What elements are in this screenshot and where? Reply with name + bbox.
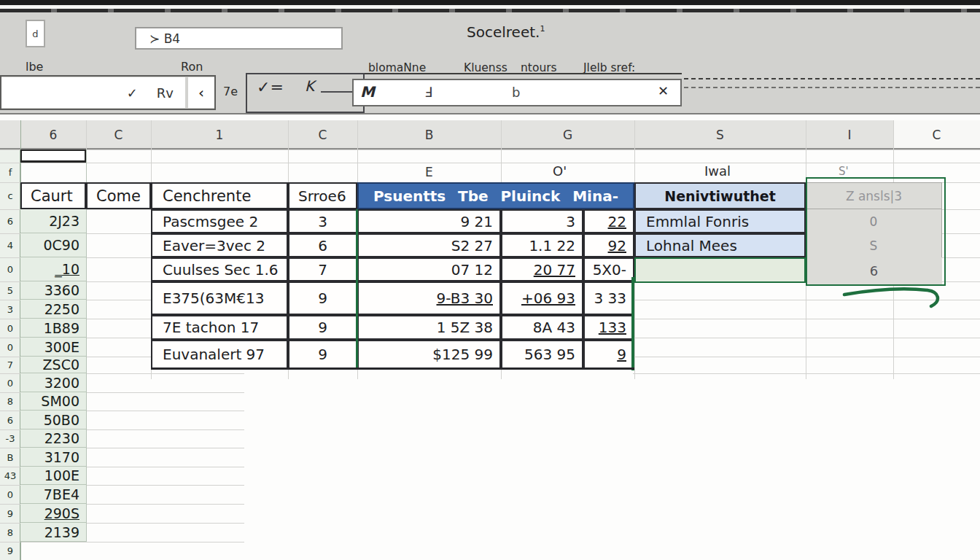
- side-name-cell[interactable]: Emmlal Fonris: [634, 209, 806, 233]
- table-cell-score[interactable]: 9: [288, 340, 357, 369]
- table-cell-name[interactable]: Cuulses Sec 1.6: [151, 257, 288, 281]
- cell-a-value[interactable]: _10: [20, 257, 86, 281]
- table-cell-v2[interactable]: 563 95: [501, 340, 583, 369]
- formula-m-icon[interactable]: M: [360, 83, 375, 101]
- row-header-4[interactable]: 4: [0, 233, 20, 257]
- table-cell-score[interactable]: 9: [288, 315, 357, 340]
- cell-a-value[interactable]: 3170: [20, 448, 86, 467]
- table-blue-header[interactable]: Psuentts Tbe Pluinck Mina-: [357, 182, 634, 209]
- table-header-cenchrente[interactable]: Cenchrente: [151, 182, 288, 209]
- row-header-11[interactable]: 0: [0, 373, 20, 392]
- name-box[interactable]: ≻ B4: [135, 27, 343, 50]
- row-header-15[interactable]: B: [0, 448, 20, 467]
- table-cell-v1[interactable]: 9-B3 30: [357, 281, 501, 315]
- row-header-18[interactable]: 9: [0, 504, 20, 523]
- cell-a-value[interactable]: 2230: [20, 429, 86, 448]
- cell-a-value[interactable]: 290S: [20, 504, 86, 523]
- side-empty-cell[interactable]: [634, 257, 806, 283]
- col-header-E[interactable]: B: [357, 120, 501, 149]
- table-cell-name[interactable]: E375(63M€13: [151, 281, 288, 315]
- row-header-6[interactable]: 5: [0, 281, 20, 300]
- table-cell-name[interactable]: 7E tachon 17: [151, 315, 288, 340]
- k-icon[interactable]: K: [305, 77, 314, 95]
- table-cell-v2[interactable]: 1.1 22: [501, 233, 583, 257]
- table-header-caurt[interactable]: Caurt: [20, 182, 86, 209]
- table-cell-score[interactable]: 7: [288, 257, 357, 281]
- col-header-C[interactable]: 1: [151, 120, 288, 149]
- table-cell-score[interactable]: 3: [288, 209, 357, 233]
- toolbar-input-field[interactable]: ✓ Rv: [1, 77, 185, 108]
- cell-a-value[interactable]: 3360: [20, 281, 86, 300]
- table-cell-score[interactable]: 6: [288, 233, 357, 257]
- row-header-14[interactable]: -3: [0, 429, 20, 448]
- cell-a-value[interactable]: 3200: [20, 373, 86, 392]
- table-cell-v3[interactable]: 92: [583, 233, 634, 257]
- cell-a-value[interactable]: 50B0: [20, 411, 86, 429]
- cell-a-value[interactable]: 100E: [20, 467, 86, 485]
- menu-item-ron[interactable]: Ron: [181, 60, 203, 74]
- row-header-10[interactable]: 7: [0, 357, 20, 373]
- row-header-8[interactable]: 0: [0, 319, 20, 338]
- table-cell-v3[interactable]: 5X0-: [583, 257, 634, 281]
- toolbar-back-button[interactable]: ‹: [188, 77, 214, 108]
- side-header-cell[interactable]: Nenivtiwuthet: [634, 182, 806, 209]
- table-cell-v1[interactable]: $125 99: [357, 340, 501, 369]
- cell-a-value[interactable]: 7BE4: [20, 485, 86, 504]
- table-cell-v2[interactable]: 3: [501, 209, 583, 233]
- row-header-2[interactable]: c: [0, 182, 20, 209]
- col-header-D[interactable]: C: [288, 120, 357, 149]
- col-header-I[interactable]: C: [893, 120, 980, 149]
- row-header-12[interactable]: 8: [0, 392, 20, 411]
- col-header-A[interactable]: 6: [20, 120, 86, 149]
- check-equals-icon[interactable]: ✓=: [257, 78, 284, 96]
- cell-a-value[interactable]: 2J23: [20, 209, 86, 233]
- table-cell-v1[interactable]: 9 21: [357, 209, 501, 233]
- row-header-9[interactable]: 0: [0, 338, 20, 357]
- row-header-13[interactable]: 6: [0, 411, 20, 429]
- table-cell-score[interactable]: 9: [288, 281, 357, 315]
- row-header-20[interactable]: 9: [0, 542, 20, 560]
- side-name-cell[interactable]: Lohnal Mees: [634, 233, 806, 257]
- table-cell-v2[interactable]: 8A 43: [501, 315, 583, 340]
- formula-b-icon[interactable]: b: [512, 85, 520, 100]
- table-cell-name[interactable]: Euvanalert 97: [151, 340, 288, 369]
- formula-x-icon[interactable]: ✕: [658, 83, 669, 98]
- formula-f-icon[interactable]: Ⅎ: [424, 84, 432, 100]
- table-cell-v2[interactable]: +06 93: [501, 281, 583, 315]
- gridline: [0, 149, 980, 150]
- cell-a-value[interactable]: 300E: [20, 338, 86, 357]
- table-cell-v1[interactable]: S2 27: [357, 233, 501, 257]
- menu-item-lbe[interactable]: lbe: [26, 60, 43, 74]
- col-header-F[interactable]: G: [501, 120, 634, 149]
- row-header-3[interactable]: 6: [0, 209, 20, 233]
- row-header-19[interactable]: 8: [0, 523, 20, 542]
- table-header-srroe6[interactable]: Srroe6: [288, 182, 357, 209]
- cell-a-value[interactable]: 2250: [20, 300, 86, 319]
- cell-a-value[interactable]: SM00: [20, 392, 86, 411]
- col-header-G[interactable]: S: [634, 120, 806, 149]
- row-header-16[interactable]: 43: [0, 467, 20, 485]
- corner-button[interactable]: d: [26, 20, 45, 47]
- table-cell-v3[interactable]: 22: [583, 209, 634, 233]
- table-cell-name[interactable]: Pascmsgee 2: [151, 209, 288, 233]
- cell-a-value[interactable]: 1B89: [20, 319, 86, 338]
- row-header-5[interactable]: 0: [0, 257, 20, 281]
- row-header-7[interactable]: 3: [0, 300, 20, 319]
- table-cell-v1[interactable]: 07 12: [357, 257, 501, 281]
- selected-cell-outline[interactable]: [20, 149, 86, 163]
- cell-a-value[interactable]: ZSC0: [20, 357, 86, 373]
- col-header-H[interactable]: I: [806, 120, 893, 149]
- table-cell-v2[interactable]: 20 77: [501, 257, 583, 281]
- check-icon[interactable]: ✓: [127, 85, 138, 101]
- row-header-17[interactable]: 0: [0, 485, 20, 504]
- table-cell-v3[interactable]: 9: [583, 340, 634, 369]
- cell-a-value[interactable]: 0C90: [20, 233, 86, 257]
- table-cell-v3[interactable]: 133: [583, 315, 634, 340]
- table-cell-v3[interactable]: 3 33: [583, 281, 634, 315]
- cell-a-value[interactable]: 2139: [20, 523, 86, 542]
- table-header-come[interactable]: Come: [86, 182, 151, 209]
- row-header-1[interactable]: f: [0, 163, 20, 182]
- table-cell-v1[interactable]: 1 5Z 38: [357, 315, 501, 340]
- table-cell-name[interactable]: Eaver=3vec 2: [151, 233, 288, 257]
- col-header-B[interactable]: C: [86, 120, 151, 149]
